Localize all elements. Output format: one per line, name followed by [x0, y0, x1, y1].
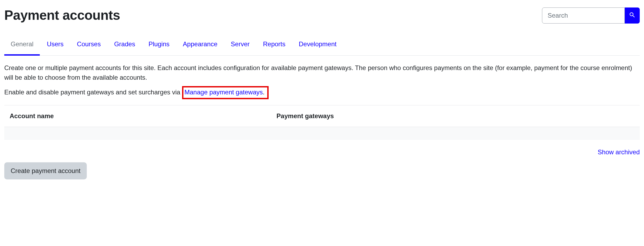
tab-server[interactable]: Server — [231, 36, 250, 55]
search-form — [542, 7, 640, 24]
description-paragraph: Create one or multiple payment accounts … — [4, 63, 640, 82]
description-paragraph-2: Enable and disable payment gateways and … — [4, 86, 640, 105]
tab-courses[interactable]: Courses — [77, 36, 101, 55]
col-payment-gateways: Payment gateways — [271, 105, 640, 127]
search-button[interactable] — [625, 7, 640, 24]
page-title: Payment accounts — [4, 5, 120, 25]
search-icon — [629, 11, 636, 19]
tab-development[interactable]: Development — [299, 36, 336, 55]
tab-users[interactable]: Users — [47, 36, 64, 55]
table-row — [4, 127, 640, 140]
tab-plugins[interactable]: Plugins — [148, 36, 170, 55]
accounts-table: Account name Payment gateways — [4, 105, 640, 140]
tab-bar: General Users Courses Grades Plugins App… — [4, 36, 640, 56]
show-archived-link[interactable]: Show archived — [598, 147, 640, 157]
tab-grades[interactable]: Grades — [114, 36, 135, 55]
col-account-name: Account name — [4, 105, 271, 127]
description-suffix: . — [263, 89, 265, 96]
tab-reports[interactable]: Reports — [263, 36, 285, 55]
search-input[interactable] — [542, 7, 625, 24]
manage-payment-gateways-link[interactable]: Manage payment gateways — [184, 89, 263, 96]
tab-appearance[interactable]: Appearance — [183, 36, 217, 55]
create-payment-account-button[interactable]: Create payment account — [4, 162, 87, 179]
tab-general[interactable]: General — [11, 36, 33, 55]
highlighted-link-box: Manage payment gateways. — [182, 86, 269, 99]
description-prefix: Enable and disable payment gateways and … — [4, 89, 182, 96]
